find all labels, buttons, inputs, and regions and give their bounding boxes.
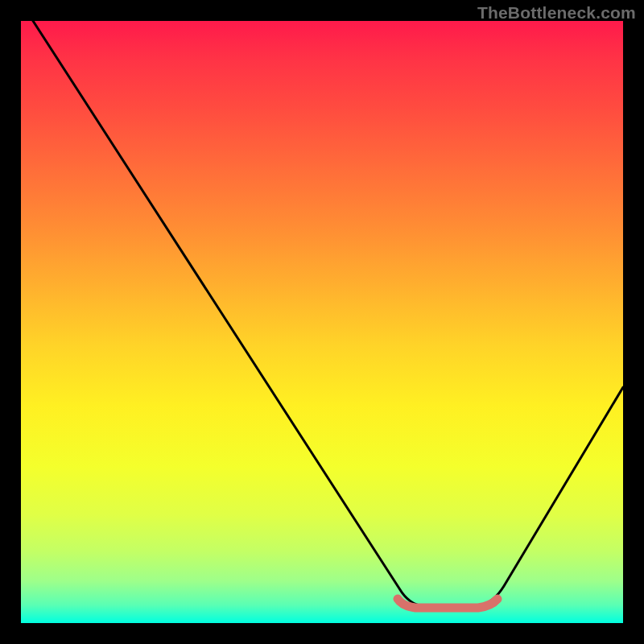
optimum-band: [398, 599, 497, 608]
curve-layer: [21, 21, 623, 623]
chart-frame: TheBottleneck.com: [0, 0, 644, 644]
plot-area: [21, 21, 623, 623]
bottleneck-curve: [33, 21, 623, 605]
watermark: TheBottleneck.com: [477, 3, 636, 23]
